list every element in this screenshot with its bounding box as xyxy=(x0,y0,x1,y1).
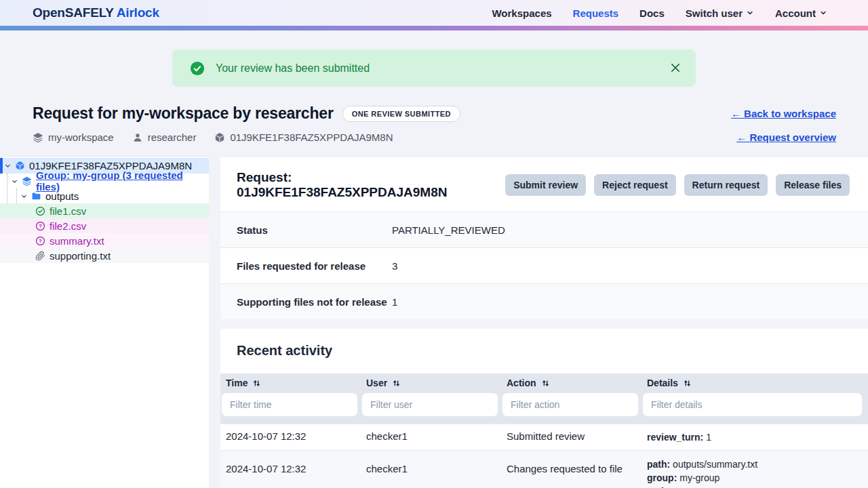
activity-heading: Recent activity xyxy=(220,341,868,360)
layers-icon xyxy=(22,176,32,186)
sort-icon xyxy=(683,379,692,388)
activity-table-header: Time User Action Details xyxy=(220,373,868,392)
logo-airlock: Airlock xyxy=(117,5,159,20)
tree-item-file2[interactable]: ? file2.csv xyxy=(0,218,209,233)
column-header-details[interactable]: Details xyxy=(642,373,868,392)
nav-workspaces[interactable]: Workspaces xyxy=(492,7,551,19)
nav-requests[interactable]: Requests xyxy=(573,7,619,19)
request-overview-link[interactable]: ← Request overview xyxy=(736,131,836,143)
alert-message: Your review has been submitted xyxy=(216,62,669,75)
main-nav: Workspaces Requests Docs Switch user Acc… xyxy=(492,7,827,19)
activity-row: 2024-10-07 12:32 checker1 Changes reques… xyxy=(220,450,868,488)
summary-row-supporting-files: Supporting files not for release 1 xyxy=(220,283,868,319)
sort-icon xyxy=(252,379,261,388)
column-header-user[interactable]: User xyxy=(361,373,501,392)
reject-request-button[interactable]: Reject request xyxy=(594,174,675,196)
folder-icon xyxy=(31,191,41,201)
changes-requested-icon: ? xyxy=(35,236,45,246)
alert-close-button[interactable] xyxy=(669,62,682,75)
filter-user-input[interactable] xyxy=(361,392,498,417)
caret-down-icon[interactable] xyxy=(4,162,12,169)
approved-check-icon xyxy=(35,206,45,216)
page-title: Request for my-workspace by researcher xyxy=(33,104,334,123)
page-intro: Your review has been submitted Request f… xyxy=(0,30,868,157)
summary-row-files-requested: Files requested for release 3 xyxy=(220,247,868,283)
cell-user: checker1 xyxy=(361,424,501,450)
nav-docs[interactable]: Docs xyxy=(639,7,665,19)
release-files-button[interactable]: Release files xyxy=(776,174,850,196)
app-header: OpenSAFELY Airlock Workspaces Requests D… xyxy=(0,0,868,30)
request-cube-icon xyxy=(15,161,25,171)
activity-panel: Recent activity Time User Action Details xyxy=(220,329,868,488)
logo-opensafely: OpenSAFELY xyxy=(33,5,113,20)
activity-row: 2024-10-07 12:32 checker1 Submitted revi… xyxy=(220,424,868,450)
file-tree: 01J9KFE1F38FAZ5XPPDAJA9M8N Group: my-gro… xyxy=(0,157,209,488)
cell-action: Submitted review xyxy=(501,424,642,450)
sort-icon xyxy=(541,379,550,388)
changes-requested-icon: ? xyxy=(35,221,45,231)
cell-time: 2024-10-07 12:32 xyxy=(220,424,361,450)
header-gradient-bar xyxy=(0,26,868,30)
summary-row-status: Status PARTIALLY_REVIEWED xyxy=(220,211,868,247)
tree-item-group[interactable]: Group: my-group (3 requested files) xyxy=(0,174,209,188)
sort-icon xyxy=(392,379,401,388)
check-circle-icon xyxy=(190,61,205,76)
chevron-down-icon xyxy=(819,9,827,17)
activity-filter-row xyxy=(220,392,868,424)
meta-workspace: my-workspace xyxy=(33,131,114,143)
cube-icon xyxy=(214,132,225,143)
review-status-badge: ONE REVIEW SUBMITTED xyxy=(342,106,460,122)
back-to-workspace-link[interactable]: ← Back to workspace xyxy=(731,108,836,119)
nav-switch-user[interactable]: Switch user xyxy=(686,7,754,19)
column-header-time[interactable]: Time xyxy=(220,373,361,392)
tree-item-supporting[interactable]: supporting.txt xyxy=(0,248,209,263)
return-request-button[interactable]: Return request xyxy=(684,174,768,196)
cell-action: Changes requested to file xyxy=(501,451,642,488)
request-heading: Request: 01J9KFE1F38FAZ5XPPDAJA9M8N xyxy=(237,170,505,200)
cell-user: checker1 xyxy=(361,451,501,488)
layers-icon xyxy=(33,132,43,143)
success-alert: Your review has been submitted xyxy=(172,49,696,87)
submit-review-button[interactable]: Submit review xyxy=(505,174,586,196)
svg-text:?: ? xyxy=(39,238,42,244)
cell-details: review_turn: 1 xyxy=(642,424,868,450)
meta-request-id: 01J9KFE1F38FAZ5XPPDAJA9M8N xyxy=(214,131,393,143)
filter-time-input[interactable] xyxy=(221,392,358,417)
user-icon xyxy=(132,132,143,143)
cell-details: path: outputs/summary.txt group: my-grou… xyxy=(642,451,868,488)
chevron-down-icon xyxy=(746,9,754,17)
cell-time: 2024-10-07 12:32 xyxy=(220,451,361,488)
request-panel: Request: 01J9KFE1F38FAZ5XPPDAJA9M8N Subm… xyxy=(220,157,868,319)
filter-details-input[interactable] xyxy=(642,392,863,417)
tree-item-summary[interactable]: ? summary.txt xyxy=(0,233,209,248)
svg-text:?: ? xyxy=(39,223,42,229)
filter-action-input[interactable] xyxy=(502,392,639,417)
tree-item-file1[interactable]: file1.csv xyxy=(0,203,209,218)
status-value: PARTIALLY_REVIEWED xyxy=(392,224,505,236)
caret-down-icon[interactable] xyxy=(20,192,28,200)
close-icon xyxy=(669,62,682,74)
request-actions: Submit review Reject request Return requ… xyxy=(505,174,850,196)
app-logo[interactable]: OpenSAFELY Airlock xyxy=(33,5,159,20)
tree-item-outputs-folder[interactable]: outputs xyxy=(0,188,209,203)
paperclip-icon xyxy=(35,251,45,261)
nav-account[interactable]: Account xyxy=(775,7,827,19)
caret-down-icon[interactable] xyxy=(11,178,18,185)
column-header-action[interactable]: Action xyxy=(501,373,642,392)
request-metadata: my-workspace researcher 01J9KFE1F38FAZ5X… xyxy=(33,131,393,143)
meta-author: researcher xyxy=(132,131,197,143)
